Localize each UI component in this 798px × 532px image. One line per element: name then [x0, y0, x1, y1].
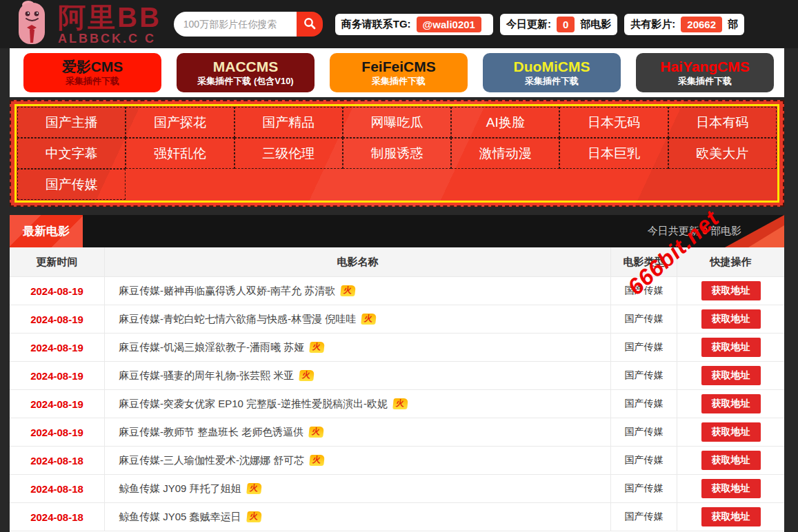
info-badge: 商务请联系TG: @wali0201 — [335, 14, 493, 35]
movie-name[interactable]: 麻豆传媒-赌神再临赢得诱人双娇-南芊允 苏清歌 — [119, 285, 335, 298]
cms-button[interactable]: DuoMiCMS 采集插件下载 — [483, 53, 621, 92]
get-address-button[interactable]: 获取地址 — [701, 394, 761, 413]
row-date: 2024-08-18 — [30, 483, 83, 495]
tab-latest-movies[interactable]: 最新电影 — [10, 215, 83, 247]
fire-icon: 火 — [340, 285, 356, 296]
category-link[interactable]: AI换脸 — [451, 107, 559, 138]
movie-type: 国产传媒 — [625, 398, 664, 410]
badge-label: 共有影片: — [630, 18, 675, 31]
cms-subtitle: 采集插件下载 — [372, 76, 426, 87]
search-button[interactable] — [297, 12, 323, 37]
table-row: 2024-08-19 麻豆传媒-教师节 整蛊班长 老师色诱逼供 火 国产传媒 获… — [10, 418, 784, 446]
get-address-button[interactable]: 获取地址 — [701, 507, 761, 526]
table-row: 2024-08-18 鲸鱼传媒 JY05 蠢贼幸运日 火 国产传媒 获取地址 — [10, 502, 784, 531]
category-link[interactable]: 欧美大片 — [668, 138, 777, 169]
search-form — [174, 12, 323, 37]
category-link[interactable]: 强奸乱伦 — [126, 138, 234, 169]
movie-name[interactable]: 麻豆传媒-突袭女优家 EP10 完整版-逆推性爱脱稿演出-欧妮 — [119, 398, 388, 411]
cms-title: HaiYangCMS — [660, 59, 750, 75]
movie-type: 国产传媒 — [625, 454, 664, 467]
row-date: 2024-08-19 — [30, 370, 83, 382]
cms-subtitle: 采集插件下载 — [678, 76, 732, 87]
table-row: 2024-08-19 麻豆传媒-赌神再临赢得诱人双娇-南芊允 苏清歌 火 国产传… — [10, 276, 784, 305]
column-header-name: 电影名称 — [105, 247, 611, 276]
top-header: 阿里BB ALBBCK.C C 商务请联系TG: @wali0201 今日更新:… — [0, 0, 798, 48]
today-count: 0 — [702, 225, 708, 236]
category-link[interactable]: 中文字幕 — [17, 138, 126, 169]
table-row: 2024-08-19 麻豆传媒-骚妻的周年礼物-张芸熙 米亚 火 国产传媒 获取… — [10, 361, 784, 389]
row-date: 2024-08-19 — [30, 285, 83, 297]
movie-name[interactable]: 麻豆传媒-骚妻的周年礼物-张芸熙 米亚 — [119, 369, 294, 382]
logo-title: 阿里BB — [58, 3, 161, 31]
get-address-button[interactable]: 获取地址 — [701, 281, 761, 300]
movie-type: 国产传媒 — [625, 341, 664, 354]
badge-label: 今日更新: — [506, 18, 551, 31]
cms-title: MACCMS — [213, 59, 279, 75]
fire-icon: 火 — [392, 398, 408, 409]
movie-type: 国产传媒 — [625, 426, 664, 438]
badge-value[interactable]: @wali0201 — [417, 17, 481, 32]
category-link[interactable]: 日本有码 — [668, 107, 777, 138]
badge-label: 商务请联系TG: — [341, 18, 411, 31]
get-address-button[interactable]: 获取地址 — [701, 366, 761, 385]
cms-button[interactable]: HaiYangCMS 采集插件下载 — [636, 53, 774, 92]
cms-title: DuoMiCMS — [514, 59, 590, 75]
movie-type: 国产传媒 — [625, 285, 664, 297]
get-address-button[interactable]: 获取地址 — [701, 309, 761, 329]
get-address-button[interactable]: 获取地址 — [701, 451, 761, 470]
fire-icon: 火 — [361, 314, 377, 325]
row-date: 2024-08-19 — [30, 342, 83, 354]
search-input[interactable] — [174, 12, 297, 37]
row-date: 2024-08-19 — [30, 427, 83, 438]
category-link[interactable]: 制服诱惑 — [343, 138, 451, 169]
get-address-button[interactable]: 获取地址 — [701, 479, 761, 498]
category-link[interactable]: 日本无码 — [559, 107, 668, 138]
column-header-type: 电影类型 — [611, 247, 677, 276]
site-logo[interactable]: 阿里BB ALBBCK.C C — [11, 0, 161, 48]
movie-name[interactable]: 鲸鱼传媒 JY09 拜托了姐姐 — [119, 482, 241, 495]
badge-suffix: 部电影 — [580, 18, 611, 31]
logo-subtitle: ALBBCK.C C — [58, 32, 161, 45]
fire-icon: 火 — [309, 342, 325, 353]
table-header-row: 更新时间 电影名称 电影类型 快捷操作 — [10, 247, 784, 276]
cms-subtitle: 采集插件下载 — [66, 76, 119, 87]
table-row: 2024-08-19 麻豆传媒-饥渴三娘淫欲教子-潘雨曦 苏娅 火 国产传媒 获… — [10, 333, 784, 361]
get-address-button[interactable]: 获取地址 — [701, 422, 761, 442]
movies-table: 更新时间 电影名称 电影类型 快捷操作 2024-08-19 麻豆传媒-赌神再临… — [10, 247, 784, 532]
column-header-date: 更新时间 — [10, 247, 105, 276]
movie-name[interactable]: 麻豆传媒-教师节 整蛊班长 老师色诱逼供 — [119, 426, 303, 439]
table-row: 2024-08-18 麻豆传媒-三人瑜伽性爱术-沈娜娜 舒可芯 火 国产传媒 获… — [10, 446, 784, 474]
row-date: 2024-08-18 — [30, 511, 83, 523]
cms-button[interactable]: FeiFeiCMS 采集插件下载 — [330, 53, 468, 92]
category-link[interactable]: 国产精品 — [235, 107, 343, 138]
category-link[interactable]: 国产探花 — [126, 107, 234, 138]
category-link[interactable]: 国产传媒 — [17, 169, 126, 200]
badge-value: 20662 — [681, 17, 722, 32]
row-date: 2024-08-18 — [30, 455, 83, 467]
get-address-button[interactable]: 获取地址 — [701, 338, 761, 357]
badge-suffix: 部 — [728, 18, 738, 31]
movie-name[interactable]: 麻豆传媒-三人瑜伽性爱术-沈娜娜 舒可芯 — [119, 454, 304, 467]
column-header-action: 快捷操作 — [677, 247, 784, 276]
table-row: 2024-08-19 麻豆传媒-突袭女优家 EP10 完整版-逆推性爱脱稿演出-… — [10, 389, 784, 418]
cms-button[interactable]: MACCMS 采集插件下载 (包含V10) — [177, 53, 315, 92]
category-link[interactable]: 日本巨乳 — [559, 138, 668, 169]
movie-name[interactable]: 麻豆传媒-青蛇白蛇七情六欲痛与快感-林雪漫 倪哇哇 — [119, 313, 356, 326]
category-link[interactable]: 网曝吃瓜 — [343, 107, 451, 138]
movie-name[interactable]: 麻豆传媒-饥渴三娘淫欲教子-潘雨曦 苏娅 — [119, 341, 304, 354]
header-badges: 商务请联系TG: @wali0201 今日更新: 0 部电影 共有影片: 206… — [335, 14, 744, 35]
table-row: 2024-08-19 麻豆传媒-青蛇白蛇七情六欲痛与快感-林雪漫 倪哇哇 火 国… — [10, 305, 784, 333]
category-link[interactable]: 激情动漫 — [451, 138, 559, 169]
movie-type: 国产传媒 — [625, 482, 664, 495]
cms-title: 爱影CMS — [62, 59, 123, 75]
category-link[interactable]: 国产主播 — [17, 107, 126, 138]
movie-type: 国产传媒 — [625, 369, 664, 382]
movie-name[interactable]: 鲸鱼传媒 JY05 蠢贼幸运日 — [119, 511, 241, 524]
search-icon — [303, 17, 317, 32]
today-update-text: 今日共更新0部电影 — [648, 225, 741, 238]
cms-subtitle: 采集插件下载 (包含V10) — [197, 76, 293, 87]
fire-icon: 火 — [309, 455, 325, 466]
cms-button[interactable]: 爱影CMS 采集插件下载 — [23, 53, 161, 92]
info-badge: 今日更新: 0 部电影 — [500, 14, 617, 35]
category-link[interactable]: 三级伦理 — [235, 138, 343, 169]
